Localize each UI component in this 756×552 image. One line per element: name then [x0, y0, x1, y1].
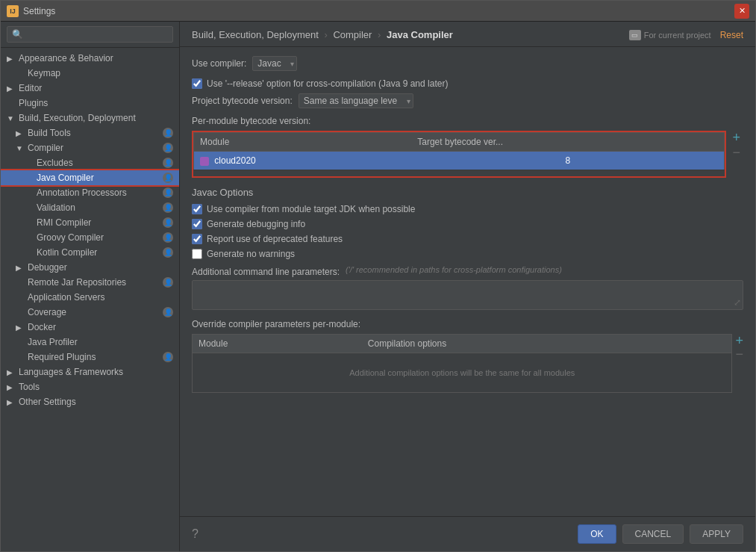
- sidebar-item-plugins[interactable]: Plugins: [1, 96, 179, 111]
- app-icon: IJ: [7, 5, 19, 17]
- person-icon: 👤: [163, 217, 173, 228]
- module-table-area: Module Target bytecode ver... cloud2020: [192, 131, 743, 178]
- arrow-icon: ▶: [7, 84, 16, 93]
- sidebar: ▶ Appearance & Behavior Keymap ▶ Editor …: [1, 22, 180, 551]
- person-icon: 👤: [163, 128, 173, 138]
- bytecode-select[interactable]: Same as language leve: [299, 93, 413, 108]
- sidebar-item-rmi-compiler[interactable]: RMI Compiler 👤: [1, 215, 179, 230]
- arrow-spacer: [25, 249, 34, 257]
- override-empty-message: Additional compilation options will be t…: [193, 353, 732, 393]
- no-warnings-checkbox[interactable]: [192, 249, 202, 259]
- sidebar-item-compiler[interactable]: ▼ Compiler 👤: [1, 140, 179, 155]
- sidebar-item-coverage[interactable]: Coverage 👤: [1, 305, 179, 320]
- person-icon: 👤: [163, 143, 173, 153]
- use-compiler-row: Use compiler: Javac: [192, 56, 743, 71]
- sidebar-item-remote-jar[interactable]: Remote Jar Repositories 👤: [1, 275, 179, 290]
- breadcrumb-part2: Compiler: [333, 29, 372, 40]
- search-box: [1, 22, 179, 48]
- sidebar-item-java-compiler[interactable]: Java Compiler 👤: [1, 170, 179, 185]
- for-project: ▭ For current project: [629, 30, 711, 40]
- cmdline-row: Additional command line parameters: ('/'…: [192, 265, 743, 277]
- col-target: Target bytecode ver...: [411, 133, 725, 152]
- debug-info-label: Generate debugging info: [207, 219, 305, 229]
- deprecated-checkbox-row: Report use of deprecated features: [192, 234, 743, 244]
- breadcrumb-sep1: ›: [324, 29, 330, 40]
- sidebar-item-appearance[interactable]: ▶ Appearance & Behavior: [1, 51, 179, 66]
- no-warnings-checkbox-row: Generate no warnings: [192, 249, 743, 259]
- sidebar-item-label: Validation: [37, 202, 75, 213]
- sidebar-item-kotlin-compiler[interactable]: Kotlin Compiler 👤: [1, 245, 179, 260]
- sidebar-item-label: Build Tools: [28, 128, 71, 138]
- sidebar-tree: ▶ Appearance & Behavior Keymap ▶ Editor …: [1, 48, 179, 551]
- ok-button[interactable]: OK: [578, 524, 616, 544]
- sidebar-item-other-settings[interactable]: ▶ Other Settings: [1, 394, 179, 409]
- arrow-spacer: [16, 69, 25, 78]
- sidebar-item-languages[interactable]: ▶ Languages & Frameworks: [1, 365, 179, 379]
- apply-button[interactable]: APPLY: [690, 524, 743, 544]
- breadcrumb-part3: Java Compiler: [387, 29, 453, 40]
- breadcrumb: Build, Execution, Deployment › Compiler …: [192, 29, 453, 40]
- use-compiler-select[interactable]: Javac: [252, 56, 297, 71]
- arrow-icon: ▶: [16, 129, 25, 137]
- arrow-icon: ▶: [7, 398, 16, 406]
- person-icon: 👤: [163, 307, 173, 317]
- sidebar-item-validation[interactable]: Validation 👤: [1, 200, 179, 215]
- reset-button[interactable]: Reset: [720, 30, 743, 40]
- sidebar-item-application-servers[interactable]: Application Servers: [1, 290, 179, 305]
- module-target-checkbox-row: Use compiler from module target JDK when…: [192, 204, 743, 214]
- search-input[interactable]: [7, 26, 173, 43]
- table-row[interactable]: cloud2020 8: [194, 152, 725, 170]
- sidebar-item-label: Editor: [19, 83, 42, 93]
- content-area: ▶ Appearance & Behavior Keymap ▶ Editor …: [1, 22, 755, 551]
- close-icon: ✕: [739, 6, 746, 16]
- settings-window: IJ Settings ✕ ▶ Appearance & Behavior: [0, 0, 756, 552]
- module-target-checkbox[interactable]: [192, 204, 202, 214]
- sidebar-item-excludes[interactable]: Excludes 👤: [1, 155, 179, 170]
- sidebar-item-build-tools[interactable]: ▶ Build Tools 👤: [1, 125, 179, 140]
- arrow-spacer: [16, 294, 25, 302]
- override-remove-button[interactable]: −: [735, 347, 743, 361]
- breadcrumb-sep2: ›: [378, 29, 384, 40]
- sidebar-item-debugger[interactable]: ▶ Debugger: [1, 260, 179, 275]
- cancel-button[interactable]: CANCEL: [622, 524, 684, 544]
- person-icon: 👤: [163, 277, 173, 288]
- main-panel: Build, Execution, Deployment › Compiler …: [180, 22, 755, 551]
- arrow-spacer: [25, 174, 34, 182]
- sidebar-item-editor[interactable]: ▶ Editor: [1, 81, 179, 96]
- sidebar-item-label: RMI Compiler: [37, 217, 91, 228]
- add-module-button[interactable]: +: [729, 131, 743, 144]
- arrow-icon: ▶: [7, 368, 16, 376]
- sidebar-item-label: Remote Jar Repositories: [28, 277, 126, 288]
- override-actions: + −: [735, 334, 743, 393]
- sidebar-item-build[interactable]: ▼ Build, Execution, Deployment: [1, 111, 179, 125]
- person-icon: 👤: [163, 232, 173, 243]
- release-checkbox-row: Use '--release' option for cross-compila…: [192, 78, 743, 89]
- close-button[interactable]: ✕: [734, 4, 749, 19]
- help-icon[interactable]: ?: [192, 527, 199, 541]
- arrow-icon: ▼: [16, 144, 25, 152]
- sidebar-item-required-plugins[interactable]: Required Plugins 👤: [1, 350, 179, 365]
- debug-info-checkbox[interactable]: [192, 219, 202, 229]
- main-header: Build, Execution, Deployment › Compiler …: [180, 22, 755, 47]
- deprecated-checkbox[interactable]: [192, 234, 202, 244]
- arrow-spacer: [25, 234, 34, 242]
- sidebar-item-java-profiler[interactable]: Java Profiler: [1, 335, 179, 350]
- release-checkbox[interactable]: [192, 78, 202, 89]
- cmdline-label: Additional command line parameters:: [192, 267, 340, 277]
- bytecode-label: Project bytecode version:: [192, 96, 293, 106]
- arrow-icon: ▼: [7, 114, 16, 123]
- sidebar-item-annotation-processors[interactable]: Annotation Processors 👤: [1, 185, 179, 200]
- remove-module-button[interactable]: −: [729, 146, 743, 159]
- header-right: ▭ For current project Reset: [629, 30, 743, 40]
- target-cell: 8: [411, 152, 725, 170]
- sidebar-item-docker[interactable]: ▶ Docker: [1, 320, 179, 335]
- sidebar-item-groovy-compiler[interactable]: Groovy Compiler 👤: [1, 230, 179, 245]
- bytecode-select-wrapper: Same as language leve: [299, 93, 413, 108]
- release-checkbox-label: Use '--release' option for cross-compila…: [207, 78, 448, 89]
- sidebar-item-keymap[interactable]: Keymap: [1, 66, 179, 81]
- sidebar-item-label: Appearance & Behavior: [19, 53, 113, 63]
- sidebar-item-tools[interactable]: ▶ Tools: [1, 379, 179, 394]
- override-header-row: Module Compilation options: [193, 335, 732, 353]
- cmdline-input[interactable]: ⤢: [192, 280, 743, 310]
- override-add-button[interactable]: +: [735, 334, 743, 347]
